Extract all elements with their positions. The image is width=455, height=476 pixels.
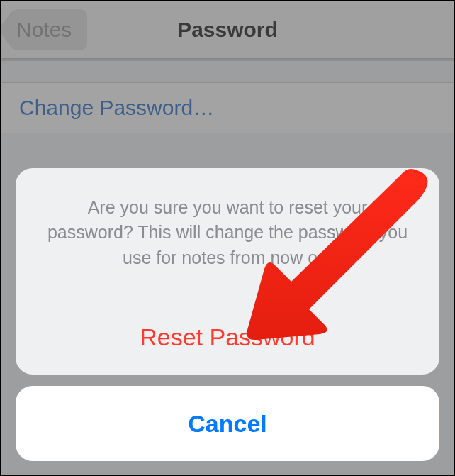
cancel-button[interactable]: Cancel: [16, 386, 439, 461]
cancel-label: Cancel: [188, 410, 267, 438]
action-sheet-message: Are you sure you want to reset your pass…: [16, 168, 439, 299]
action-sheet: Are you sure you want to reset your pass…: [16, 168, 439, 462]
action-sheet-card: Are you sure you want to reset your pass…: [16, 168, 439, 375]
settings-screen: Notes Password Change Password… Are you …: [1, 1, 454, 475]
reset-password-label: Reset Password: [140, 323, 315, 351]
reset-password-button[interactable]: Reset Password: [16, 299, 439, 375]
